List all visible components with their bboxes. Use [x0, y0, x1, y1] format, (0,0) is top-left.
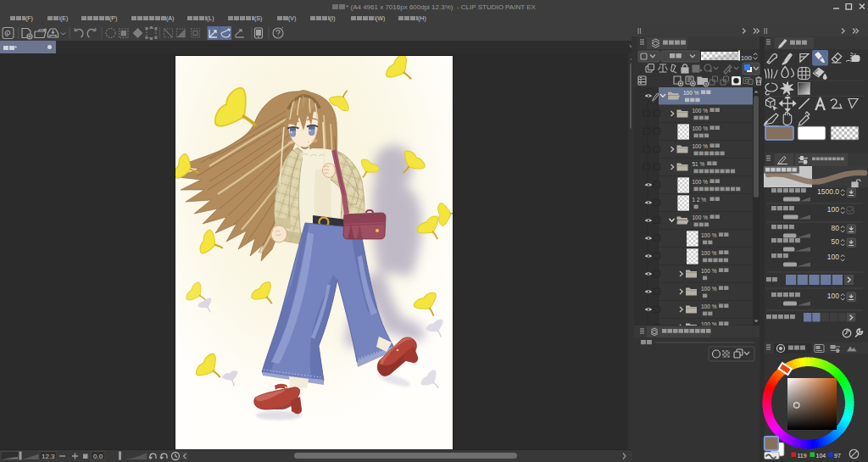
svg-text:100 %: 100 % — [693, 143, 709, 149]
svg-text:100 %: 100 % — [693, 108, 709, 114]
svg-text:1 2 %: 1 2 % — [693, 197, 707, 203]
svg-text:100: 100 — [827, 292, 839, 300]
svg-text:100: 100 — [741, 54, 753, 62]
svg-text:104: 104 — [816, 453, 826, 459]
svg-text:97: 97 — [834, 453, 841, 459]
svg-text:12.3: 12.3 — [42, 453, 55, 460]
svg-text:100 %: 100 % — [693, 179, 709, 185]
svg-text:1500.0: 1500.0 — [817, 187, 839, 196]
svg-text:50: 50 — [832, 237, 840, 246]
svg-text:100 %: 100 % — [683, 90, 699, 96]
svg-text:80: 80 — [832, 224, 840, 232]
svg-text:51 %: 51 % — [693, 161, 705, 167]
svg-text:0.0: 0.0 — [93, 453, 103, 460]
svg-text:100: 100 — [827, 205, 839, 214]
svg-text:119: 119 — [798, 453, 807, 459]
svg-text:100 %: 100 % — [693, 125, 709, 131]
svg-text:100 %: 100 % — [701, 268, 717, 274]
svg-text:100 %: 100 % — [701, 286, 717, 292]
svg-text:100 %: 100 % — [701, 303, 717, 309]
svg-text:100 %: 100 % — [693, 214, 709, 220]
svg-text:100 %: 100 % — [701, 232, 717, 238]
svg-text:100 %: 100 % — [701, 250, 717, 256]
svg-text:100: 100 — [827, 253, 839, 261]
